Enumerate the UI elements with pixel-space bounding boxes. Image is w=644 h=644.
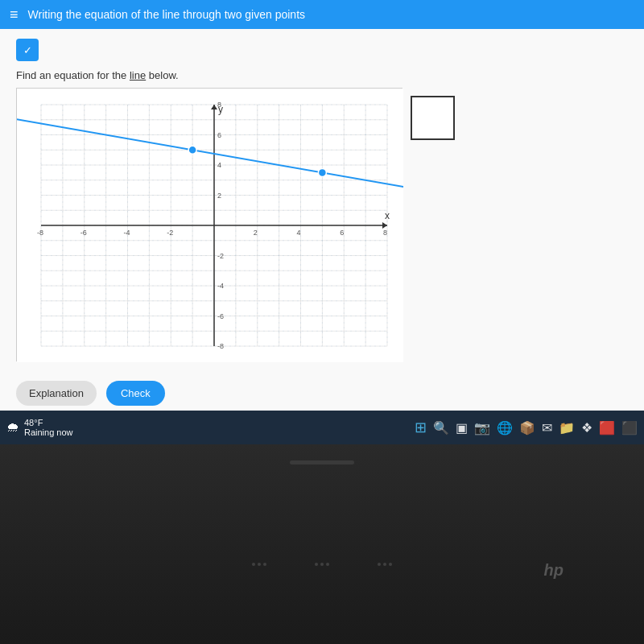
taskbar-weather: 🌧 48°F Raining now <box>6 418 73 437</box>
taskbar-icons: ⊞ 🔍 ▣ 📷 🌐 📦 ✉ 📁 ❖ 🟥 ⬛ <box>415 419 638 436</box>
mail-icon[interactable]: ✉ <box>542 420 552 436</box>
header-title: Writing the equation of the line through… <box>28 8 306 21</box>
laptop-body: hp <box>0 444 644 644</box>
header-bar: ≡ Writing the equation of the line throu… <box>0 0 644 29</box>
camera-icon[interactable]: 📷 <box>474 420 490 436</box>
chevron-down-icon: ✓ <box>23 44 32 56</box>
explanation-button[interactable]: Explanation <box>16 381 97 406</box>
hamburger-icon[interactable]: ≡ <box>10 6 19 23</box>
weather-status-text: Raining now <box>24 427 73 437</box>
content-area: ✓ Find an equation for the line below. <box>0 29 644 371</box>
taskview-icon[interactable]: ▣ <box>456 420 468 436</box>
answer-box[interactable] <box>411 96 455 140</box>
temperature-text: 48°F <box>24 418 73 427</box>
windows-icon[interactable]: ⊞ <box>415 419 427 436</box>
bottom-bar: Explanation Check <box>0 371 644 415</box>
answer-input[interactable] <box>413 98 453 138</box>
store-icon[interactable]: 📦 <box>519 420 535 436</box>
graph-wrapper <box>16 88 628 361</box>
hp-logo: hp <box>544 561 564 580</box>
weather-icon: 🌧 <box>6 420 19 435</box>
dropbox-icon[interactable]: ❖ <box>581 420 592 436</box>
check-button[interactable]: Check <box>106 381 165 406</box>
edge-icon[interactable]: 🌐 <box>497 420 513 436</box>
search-icon[interactable]: 🔍 <box>433 420 449 436</box>
keyboard-decoration <box>252 563 392 566</box>
app-icon[interactable]: ⬛ <box>621 420 638 436</box>
collapse-button[interactable]: ✓ <box>16 39 39 61</box>
taskbar: 🌧 48°F Raining now ⊞ 🔍 ▣ 📷 🌐 📦 ✉ 📁 ❖ 🟥 ⬛ <box>0 411 644 444</box>
folder-icon[interactable]: 📁 <box>559 420 575 436</box>
office-icon[interactable]: 🟥 <box>599 420 615 436</box>
graph-container <box>16 88 402 361</box>
instruction-text: Find an equation for the line below. <box>16 69 628 81</box>
